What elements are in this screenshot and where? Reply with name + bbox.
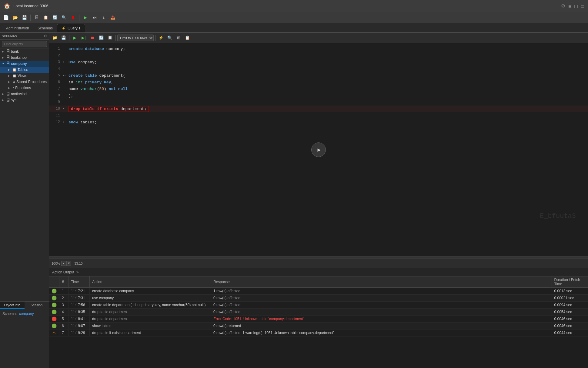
cell-response: 0 row(s) returned <box>211 323 552 330</box>
line-content: name varchar(50) not null <box>68 87 128 91</box>
cell-status-icon: 🟢 <box>49 309 59 316</box>
sidebar: SCHEMAS ⚙ ▶ 🗄 bank ▶ 🗄 bookshop ▼ 🗄 <box>0 33 49 368</box>
tree-item-stored-procedures[interactable]: ▶ ⚙ Stored Procedures <box>0 79 49 85</box>
line-marker: • <box>62 121 67 124</box>
toolbar-explain-btn[interactable]: ℹ <box>99 14 108 22</box>
play-button-overlay[interactable]: ▶ <box>311 142 326 157</box>
expander-icon: ▶ <box>2 50 5 53</box>
cell-response: Error Code: 1051. Unknown table 'company… <box>211 316 552 323</box>
top-toolbar: 📄 📂 💾 🗄 📋 🔄 🔍 ⏹ ▶ ⏭ ℹ 📤 <box>0 12 588 23</box>
zoom-down-btn[interactable]: ▼ <box>66 261 71 266</box>
settings-icon[interactable]: ⚙ <box>561 3 565 9</box>
cell-action: create database company <box>90 288 211 295</box>
expander-icon: ▼ <box>2 62 5 65</box>
cell-time: 11:17:56 <box>68 302 90 309</box>
qtoolbar-copy-btn[interactable]: 📋 <box>183 34 191 42</box>
tree-item-tables[interactable]: ▶ 📋 Tables <box>0 67 49 73</box>
sidebar-bottom-tabs: Object Info Session <box>0 302 49 309</box>
tree-item-bookshop[interactable]: ▶ 🗄 bookshop <box>0 55 49 61</box>
layout-icon3[interactable]: ▤ <box>580 4 584 8</box>
results-table: # Time Action Response Duration / Fetch … <box>49 276 588 336</box>
code-line-9: 9 <box>49 99 588 105</box>
tree-item-northwind[interactable]: ▶ 🗄 northwind <box>0 91 49 97</box>
qtoolbar-search-btn[interactable]: 🔍 <box>166 34 174 42</box>
col-status <box>49 276 59 288</box>
tree-item-functions[interactable]: ▶ ƒ Functions <box>0 85 49 91</box>
search-input[interactable] <box>2 41 47 47</box>
tree-item-sys[interactable]: ▶ 🗄 sys <box>0 97 49 103</box>
action-output-toggle[interactable]: ⇅ <box>76 270 79 274</box>
line-num: 12 <box>52 120 60 124</box>
toolbar-new-btn[interactable]: 📄 <box>2 14 10 22</box>
qtoolbar-refresh-btn[interactable]: 🔄 <box>97 34 105 42</box>
line-content: ); <box>68 93 73 98</box>
schema-icon: 🗄 <box>6 62 10 66</box>
qtoolbar-run-sel-btn[interactable]: ▶| <box>80 34 88 42</box>
home-icon[interactable]: 🏠 <box>4 3 10 9</box>
functions-icon: ƒ <box>12 86 14 90</box>
qtoolbar-execute-btn[interactable]: ⚡ <box>157 34 165 42</box>
line-marker: • <box>62 61 67 64</box>
qtoolbar-run-all-btn[interactable]: ▶ <box>71 34 79 42</box>
toolbar-inspect-btn[interactable]: 🔍 <box>60 14 68 22</box>
qtoolbar-format-btn[interactable]: ⊞ <box>175 34 182 42</box>
toolbar-create-table-btn[interactable]: 📋 <box>42 14 50 22</box>
cell-num: 1 <box>59 288 68 295</box>
tab-query1[interactable]: ⚡ Query 1 <box>57 24 85 32</box>
qtoolbar-toggle-btn[interactable]: 🔲 <box>106 34 114 42</box>
cell-duration: 0.0044 sec <box>552 330 588 336</box>
toolbar-stop-btn[interactable]: ⏹ <box>69 14 77 22</box>
col-time: Time <box>68 276 90 288</box>
tab-administration[interactable]: Administration <box>2 24 33 32</box>
code-line-5: 5 •◦ create table department( <box>49 72 588 79</box>
tree-item-bank[interactable]: ▶ 🗄 bank <box>0 49 49 55</box>
qtoolbar-save-btn[interactable]: 💾 <box>60 34 68 42</box>
sidebar-bottom: Object Info Session Schema: company <box>0 301 49 368</box>
play-icon: ▶ <box>318 146 321 153</box>
cell-duration: 0.0054 sec <box>552 309 588 316</box>
editor-bottom-split: 1 create database company; 2 3 • use com… <box>49 43 588 368</box>
tree-item-company[interactable]: ▼ 🗄 company <box>0 61 49 67</box>
zoom-label: 100% <box>52 262 60 265</box>
tables-icon: 📋 <box>12 68 17 72</box>
toolbar-refresh-btn[interactable]: 🔄 <box>51 14 59 22</box>
sidebar-config-icon[interactable]: ⚙ <box>44 34 47 38</box>
toolbar-save-btn[interactable]: 💾 <box>20 14 28 22</box>
qtoolbar-stop-btn[interactable]: ⏹ <box>89 34 96 42</box>
tab-session[interactable]: Session <box>25 302 49 309</box>
main-layout: SCHEMAS ⚙ ▶ 🗄 bank ▶ 🗄 bookshop ▼ 🗄 <box>0 33 588 368</box>
tab-schemas[interactable]: Schemas <box>33 24 57 32</box>
code-line-12: 12 • show tables; <box>49 119 588 125</box>
zoom-stepper[interactable]: ▲ ▼ <box>61 261 71 266</box>
cell-response: 1 row(s) affected <box>211 288 552 295</box>
table-row: ⚠ 7 11:19:29 drop table if exists depart… <box>49 330 588 336</box>
cell-duration: 0.00021 sec <box>552 295 588 302</box>
schema-tree: ▶ 🗄 bank ▶ 🗄 bookshop ▼ 🗄 company ▶ 📋 Ta… <box>0 49 49 301</box>
toolbar-run-btn[interactable]: ▶ <box>81 14 90 22</box>
titlebar: 🏠 Local instance 3306 ⚙ ▣ ◫ ▤ <box>0 0 588 12</box>
splitter-horizontal[interactable]: · · · <box>49 256 588 259</box>
qtoolbar-open-btn[interactable]: 📁 <box>51 34 59 42</box>
layout-icon2[interactable]: ◫ <box>574 4 578 8</box>
schema-value[interactable]: company <box>19 312 34 316</box>
cell-num: 7 <box>59 330 68 336</box>
cell-num: 2 <box>59 295 68 302</box>
zoom-up-btn[interactable]: ▲ <box>61 261 66 266</box>
tree-item-views[interactable]: ▶ 🔲 Views <box>0 73 49 79</box>
cell-time: 11:18:35 <box>68 309 90 316</box>
bottom-toolbar: 100% ▲ ▼ 33:10 <box>49 259 588 268</box>
toolbar-open-btn[interactable]: 📂 <box>11 14 19 22</box>
layout-icon1[interactable]: ▣ <box>568 4 572 8</box>
titlebar-title: Local instance 3306 <box>13 4 48 8</box>
toolbar-export-btn[interactable]: 📤 <box>109 14 117 22</box>
query-toolbar: 📁 💾 ▶ ▶| ⏹ 🔄 🔲 Limit to 1000 rows ⚡ 🔍 ⊞ … <box>49 33 588 43</box>
cell-num: 6 <box>59 323 68 330</box>
toolbar-step-btn[interactable]: ⏭ <box>90 14 99 22</box>
limit-select[interactable]: Limit to 1000 rows <box>117 35 154 41</box>
sidebar-header: SCHEMAS ⚙ <box>0 33 49 40</box>
code-editor[interactable]: 1 create database company; 2 3 • use com… <box>49 43 588 256</box>
schema-icon: 🗄 <box>6 49 10 54</box>
toolbar-create-schema-btn[interactable]: 🗄 <box>32 14 41 22</box>
cell-duration: 0.0046 sec <box>552 323 588 330</box>
tab-object-info[interactable]: Object Info <box>0 302 25 309</box>
